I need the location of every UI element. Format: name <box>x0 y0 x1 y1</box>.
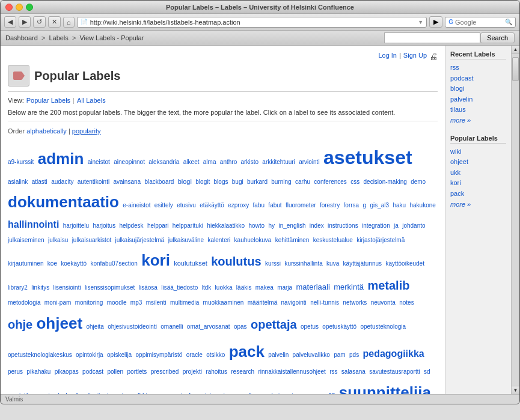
label-link[interactable]: blackboard <box>144 178 174 185</box>
label-link[interactable]: etusivu <box>177 202 196 208</box>
label-link[interactable]: index <box>310 222 324 229</box>
label-link[interactable]: omanelli <box>161 323 183 330</box>
label-link[interactable]: julkaisuväline <box>168 237 204 243</box>
label-link[interactable]: merkintä <box>334 282 364 291</box>
label-link[interactable]: opetusteknologiakeskus <box>8 352 72 358</box>
label-link[interactable]: dokumentaatio <box>8 193 119 211</box>
label-link[interactable]: etäkäyttö <box>200 202 224 208</box>
label-link[interactable]: kirjastojärjestelmä <box>356 237 405 243</box>
label-link[interactable]: fabut <box>268 202 281 208</box>
label-link[interactable]: instructions <box>328 222 358 229</box>
popular-label-link[interactable]: ukk <box>450 168 506 178</box>
label-link[interactable]: ezproxy <box>228 202 249 208</box>
label-link[interactable]: alkeet <box>183 159 200 165</box>
label-link[interactable]: prescribed <box>151 368 179 375</box>
label-link[interactable]: avainsana <box>113 178 141 185</box>
label-link[interactable]: luokka <box>215 284 233 291</box>
login-link[interactable]: Log In <box>378 52 397 61</box>
label-link[interactable]: fluorometer <box>286 202 316 208</box>
label-link[interactable]: marja <box>277 284 292 291</box>
label-link[interactable]: fabu <box>253 202 265 208</box>
label-link[interactable]: haku <box>393 202 406 208</box>
popular-label-link[interactable]: pack <box>450 189 506 199</box>
label-link[interactable]: pikahaku <box>26 368 50 375</box>
label-link[interactable]: omat_arvosanat <box>187 323 230 330</box>
label-link[interactable]: ohjesivustoideointi <box>108 323 157 330</box>
label-link[interactable]: lisensiointi <box>54 284 81 291</box>
popular-labels-more[interactable]: more » <box>450 199 506 210</box>
label-link[interactable]: silenti <box>85 392 100 394</box>
label-link[interactable]: hakukone <box>409 202 435 208</box>
label-link[interactable]: projekti <box>183 368 202 375</box>
back-button[interactable]: ◀ <box>4 16 16 28</box>
breadcrumb-labels[interactable]: Labels <box>49 34 68 41</box>
scrollbar[interactable]: ▲ ▼ <box>511 46 519 394</box>
label-link[interactable]: koe <box>47 260 57 267</box>
label-link[interactable]: monitoring <box>75 299 103 306</box>
popular-label-link[interactable]: wiki <box>450 147 506 157</box>
label-link[interactable]: ltdk <box>202 284 212 291</box>
label-link[interactable]: hy <box>269 222 275 229</box>
label-link[interactable]: admin <box>38 150 84 168</box>
scroll-up-arrow[interactable]: ▲ <box>512 46 520 54</box>
label-link[interactable]: linkitys <box>31 284 49 291</box>
label-link[interactable]: otsikko <box>206 352 225 358</box>
forward-button[interactable]: ▶ <box>19 16 31 28</box>
label-link[interactable]: anthro <box>220 159 237 165</box>
label-link[interactable]: carhu <box>295 178 310 185</box>
label-link[interactable]: kalenteri <box>207 237 230 243</box>
label-link[interactable]: servicedesk <box>37 392 69 394</box>
stop-button[interactable]: ✕ <box>48 16 61 28</box>
breadcrumb-dashboard[interactable]: Dashboard <box>5 34 38 41</box>
label-link[interactable]: sivu <box>104 392 115 394</box>
label-link[interactable]: hallinnointi <box>8 219 59 230</box>
label-link[interactable]: css <box>350 178 359 185</box>
label-link[interactable]: moni-pam <box>44 299 71 306</box>
recent-label-link[interactable]: rss <box>450 62 506 73</box>
label-link[interactable]: hiekkalaatikko <box>207 222 245 229</box>
label-link[interactable]: opetus <box>301 323 319 330</box>
label-link[interactable]: makea <box>255 284 274 291</box>
label-link[interactable]: rinnakkaistallennusohjeet <box>258 368 325 375</box>
label-link[interactable]: rss <box>329 368 337 375</box>
label-link[interactable]: sosmedia <box>229 392 255 394</box>
scroll-track[interactable] <box>512 54 519 386</box>
label-link[interactable]: semiotika <box>8 392 33 394</box>
label-link[interactable]: käyttäjätunnus <box>343 260 382 267</box>
label-link[interactable]: koekäyttö <box>61 260 87 267</box>
label-link[interactable]: harjoitus <box>93 222 115 229</box>
label-link[interactable]: burkard <box>247 178 268 185</box>
signup-link[interactable]: Sign Up <box>403 52 427 61</box>
label-link[interactable]: kehittäminen <box>275 237 310 243</box>
label-link[interactable]: a9-kurssit <box>8 159 34 165</box>
label-link[interactable]: sd <box>424 368 430 375</box>
all-labels-link[interactable]: All Labels <box>77 97 106 104</box>
label-link[interactable]: sosiaalinen_internet <box>171 392 225 394</box>
label-link[interactable]: pack <box>229 342 265 361</box>
label-link[interactable]: atlasti <box>32 178 47 185</box>
label-link[interactable]: blogi <box>178 178 192 185</box>
label-link[interactable]: bugi <box>232 178 243 185</box>
label-link[interactable]: opiskelija <box>107 352 132 358</box>
search-button[interactable]: Search <box>480 32 515 43</box>
label-link[interactable]: nelli-tunnis <box>310 299 339 306</box>
popular-label-link[interactable]: ohjeet <box>450 157 506 168</box>
label-link[interactable]: harjoittelu <box>63 222 89 229</box>
label-link[interactable]: palveluvalikko <box>293 352 330 358</box>
label-link[interactable]: käyttöoikeudet <box>385 260 424 267</box>
label-link[interactable]: blogs <box>214 178 228 185</box>
close-button[interactable] <box>5 4 13 11</box>
label-link[interactable]: aineopinnot <box>114 159 145 165</box>
label-link[interactable]: julkaisujärjestelmä <box>115 237 165 243</box>
label-link[interactable]: demo <box>411 178 426 185</box>
label-link[interactable]: mp3 <box>130 299 142 306</box>
label-link[interactable]: määritelmä <box>248 299 277 306</box>
label-link[interactable]: julkaisuarkistot <box>72 237 112 243</box>
label-link[interactable]: asialink <box>8 178 28 185</box>
label-link[interactable]: arkisto <box>241 159 258 165</box>
label-link[interactable]: pikaopas <box>55 368 79 375</box>
label-link[interactable]: aleksandria <box>148 159 179 165</box>
label-link[interactable]: opettaja <box>251 318 297 331</box>
order-popularity[interactable]: popularity <box>72 127 101 135</box>
label-link[interactable]: neuvonta <box>371 299 396 306</box>
